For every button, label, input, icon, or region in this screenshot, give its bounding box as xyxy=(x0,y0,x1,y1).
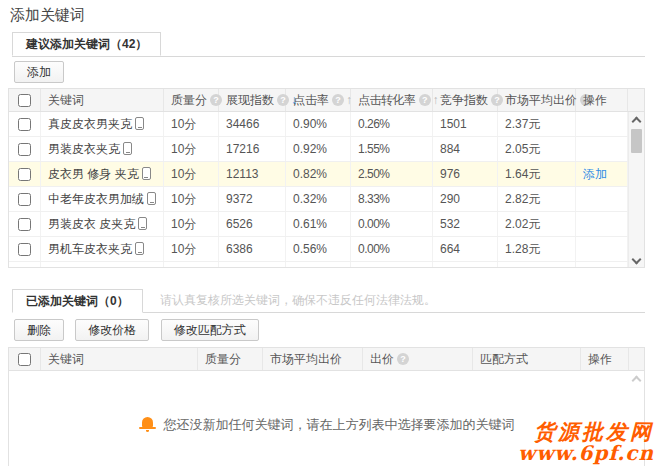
quality-score-cell: 10分 xyxy=(164,212,219,236)
row-add-link[interactable]: 添加 xyxy=(583,167,607,181)
mobile-phone-icon xyxy=(147,192,156,205)
column-label-match-type: 匹配方式 xyxy=(480,352,528,366)
ctr-cell: 0.82% xyxy=(286,162,351,186)
select-all-checkbox[interactable] xyxy=(18,94,31,107)
header-cell-match-type: 匹配方式 xyxy=(473,348,581,370)
header-cell-quality: 质量分? xyxy=(164,89,219,111)
cvr-cell: 1.55% xyxy=(351,137,433,161)
row-checkbox-cell xyxy=(9,137,41,161)
keyword-text: 男机车皮衣夹克 xyxy=(48,242,132,256)
keyword-text: 男装皮衣 皮夹克 xyxy=(48,217,135,231)
delete-button[interactable]: 删除 xyxy=(14,319,64,341)
chevron-down-icon xyxy=(632,255,642,265)
cvr-cell: 2.50% xyxy=(351,162,433,186)
cvr-cell: 0.00% xyxy=(351,237,433,261)
row-checkbox[interactable] xyxy=(18,168,31,181)
action-cell xyxy=(576,187,628,211)
action-cell xyxy=(576,137,628,161)
header-cell-select-all xyxy=(9,89,41,111)
select-all-checkbox[interactable] xyxy=(18,353,31,366)
competition-cell: 532 xyxy=(433,212,498,236)
keyword-cell xyxy=(41,262,164,267)
cvr-cell: 8.33% xyxy=(351,187,433,211)
row-checkbox-cell xyxy=(9,162,41,186)
added-table-header: 关键词 质量分 市场平均出价 出价? 匹配方式 操作 xyxy=(9,348,644,371)
column-label-quality: 质量分 xyxy=(171,93,207,107)
watermark-line1: 货源批发网 xyxy=(518,421,654,443)
column-label-keyword: 关键词 xyxy=(48,93,84,107)
add-button[interactable]: 添加 xyxy=(14,61,64,83)
avg-bid-cell: 1.28元 xyxy=(498,237,576,261)
column-label-bid: 出价 xyxy=(370,352,394,366)
competition-cell: 976 xyxy=(433,162,498,186)
table-row xyxy=(9,262,644,267)
edit-price-button[interactable]: 修改价格 xyxy=(75,319,149,341)
quality-score-cell: 10分 xyxy=(164,187,219,211)
impressions-cell: 6386 xyxy=(219,237,286,261)
scroll-up-button[interactable] xyxy=(629,372,644,385)
keyword-cell: 男装皮衣 皮夹克 xyxy=(41,212,164,236)
impressions-cell: 17216 xyxy=(219,137,286,161)
row-checkbox-cell xyxy=(9,262,41,267)
row-checkbox[interactable] xyxy=(18,193,31,206)
scroll-up-button[interactable] xyxy=(629,113,644,126)
row-checkbox[interactable] xyxy=(18,118,31,131)
table-row: 中老年皮衣男加绒 10分 9372 0.32% 8.33% 290 2.82元 xyxy=(9,187,644,212)
help-icon[interactable]: ? xyxy=(419,94,431,106)
impressions-cell: 12113 xyxy=(219,162,286,186)
header-cell-keyword: 关键词 xyxy=(41,89,164,111)
table-row: 皮衣男 修身 夹克 10分 12113 0.82% 2.50% 976 1.64… xyxy=(9,162,644,187)
keyword-cell: 男装皮衣夹克 xyxy=(41,137,164,161)
chevron-up-icon xyxy=(632,376,642,386)
avg-bid-cell xyxy=(498,262,576,267)
column-label-impressions: 展现指数 xyxy=(226,93,274,107)
header-cell-impressions[interactable]: 展现指数?↓ xyxy=(219,89,286,111)
mobile-phone-icon xyxy=(123,142,132,155)
header-scrollbar-spacer xyxy=(628,89,644,111)
scrollbar-thumb[interactable] xyxy=(631,129,642,153)
column-label-keyword: 关键词 xyxy=(48,352,84,366)
table-row: 男装皮衣夹克 10分 17216 0.92% 1.55% 884 2.05元 xyxy=(9,137,644,162)
cvr-cell: 0.26% xyxy=(351,112,433,136)
column-label-avg-bid: 市场平均出价 xyxy=(505,93,577,107)
action-cell: 添加 xyxy=(576,162,628,186)
help-icon[interactable]: ? xyxy=(332,94,344,106)
quality-score-cell: 10分 xyxy=(164,162,219,186)
row-checkbox[interactable] xyxy=(18,143,31,156)
action-cell xyxy=(576,212,628,236)
avg-bid-cell: 2.02元 xyxy=(498,212,576,236)
ctr-cell: 0.90% xyxy=(286,112,351,136)
header-cell-cvr[interactable]: 点击转化率?↑ xyxy=(351,89,433,111)
scroll-down-button[interactable] xyxy=(629,253,644,266)
table-row: 男装皮衣 皮夹克 10分 6526 0.61% 0.00% 532 2.02元 xyxy=(9,212,644,237)
suggested-keywords-table: 关键词 质量分? 展现指数?↓ 点击率?↑ 点击转化率?↑ 竞争指数?↑ 市场平… xyxy=(8,88,645,268)
ctr-cell: 0.32% xyxy=(286,187,351,211)
edit-match-type-button[interactable]: 修改匹配方式 xyxy=(161,319,259,341)
keyword-text: 男装皮衣夹克 xyxy=(48,142,120,156)
column-label-cvr: 点击转化率 xyxy=(358,93,416,107)
header-cell-ctr[interactable]: 点击率?↑ xyxy=(286,89,351,111)
avg-bid-cell: 1.64元 xyxy=(498,162,576,186)
impressions-cell: 34466 xyxy=(219,112,286,136)
scrollbar[interactable] xyxy=(628,112,644,267)
row-checkbox[interactable] xyxy=(18,218,31,231)
table-row: 真皮皮衣男夹克 10分 34466 0.90% 0.26% 1501 2.37元 xyxy=(9,112,644,137)
header-cell-competition[interactable]: 竞争指数?↑ xyxy=(433,89,498,111)
column-label-ctr: 点击率 xyxy=(293,93,329,107)
column-label-action: 操作 xyxy=(588,352,612,366)
tab-added-keywords[interactable]: 已添加关键词（0） xyxy=(12,289,143,313)
quality-score-cell xyxy=(164,262,219,267)
help-icon[interactable]: ? xyxy=(397,353,409,365)
column-label-action: 操作 xyxy=(583,93,607,107)
keyword-text: 中老年皮衣男加绒 xyxy=(48,192,144,206)
row-checkbox-cell xyxy=(9,112,41,136)
ctr-cell: 0.92% xyxy=(286,137,351,161)
table-row: 男机车皮衣夹克 10分 6386 0.56% 0.00% 664 1.28元 xyxy=(9,237,644,262)
avg-bid-cell: 2.37元 xyxy=(498,112,576,136)
row-checkbox[interactable] xyxy=(18,243,31,256)
watermark-line2: www.6pf.cn xyxy=(518,443,654,464)
competition-cell: 290 xyxy=(433,187,498,211)
alert-bell-icon xyxy=(139,417,156,433)
mobile-phone-icon xyxy=(138,217,147,230)
tab-suggested-keywords[interactable]: 建议添加关键词（42） xyxy=(12,32,161,56)
